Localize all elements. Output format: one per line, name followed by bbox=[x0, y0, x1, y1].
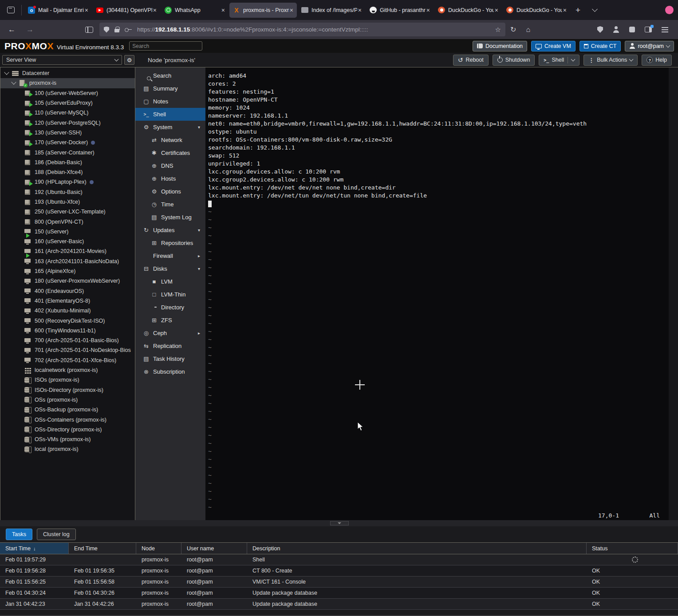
tab-close-icon[interactable]: × bbox=[426, 7, 431, 14]
tree-item[interactable]: 250 (uServer-LXC-Template) bbox=[0, 207, 135, 217]
nav-item-lvm[interactable]: ■LVM bbox=[135, 275, 205, 288]
tab-close-icon[interactable]: × bbox=[152, 7, 158, 14]
terminal-scrollbar-gutter[interactable] bbox=[669, 67, 678, 520]
reboot-button[interactable]: ↺ Reboot bbox=[453, 55, 489, 66]
home-button[interactable]: ⌂ bbox=[526, 26, 530, 34]
column-header-user-name[interactable]: User name bbox=[181, 543, 247, 554]
nav-item-ceph[interactable]: ◎Ceph▸ bbox=[135, 327, 205, 340]
tree-item[interactable]: localnetwork (proxmox-is) bbox=[0, 365, 135, 375]
shell-terminal[interactable]: arch: amd64cores: 2features: nesting=1ho… bbox=[205, 67, 669, 520]
nav-item-zfs[interactable]: ⊞ZFS bbox=[135, 314, 205, 327]
browser-tab[interactable]: oMail - Djalmar Enri× bbox=[24, 3, 92, 18]
tree-item[interactable]: 161 (Arch-20241201-Movies) bbox=[0, 246, 135, 256]
tree-item[interactable]: 401 (ElementaryOS-8) bbox=[0, 296, 135, 306]
bulk-actions-button[interactable]: ⋮ Bulk Actions bbox=[583, 55, 638, 66]
tree-item[interactable]: ISOs (proxmox-is) bbox=[0, 375, 135, 385]
account-icon[interactable] bbox=[613, 26, 619, 33]
back-button[interactable]: ← bbox=[3, 25, 21, 34]
column-header-description[interactable]: Description bbox=[247, 543, 587, 554]
tree-item[interactable]: 500 (RecoveryDiskTest-ISO) bbox=[0, 316, 135, 325]
browser-tab[interactable]: DuckDuckGo - You× bbox=[503, 3, 570, 18]
tree-item[interactable]: local (proxmox-is) bbox=[0, 444, 135, 454]
tree-item[interactable]: 120 (uServer-PostgreSQL) bbox=[0, 118, 135, 127]
nav-item-dns[interactable]: ⊕DNS bbox=[135, 159, 205, 172]
tree-item[interactable]: 190 (HPLaptop-Plex) bbox=[0, 177, 135, 187]
tree-item[interactable]: 186 (Debian-Basic) bbox=[0, 158, 135, 167]
nav-item-replication[interactable]: ⇆Replication bbox=[135, 340, 205, 352]
help-button[interactable]: ? Help bbox=[642, 55, 672, 66]
create-ct-button[interactable]: Create CT bbox=[579, 41, 621, 51]
tree-item[interactable]: OSs-Containers (proxmox-is) bbox=[0, 415, 135, 424]
browser-tab[interactable]: Index of /Images/Prog× bbox=[298, 3, 365, 18]
column-header-node[interactable]: Node bbox=[136, 543, 181, 554]
column-header-status[interactable]: Status bbox=[587, 543, 678, 554]
url-bar[interactable]: https://192.168.1.15:8006/#v1:0:=node%2F… bbox=[99, 23, 505, 36]
saved-password-key-icon[interactable] bbox=[125, 28, 132, 32]
tree-item[interactable]: 600 (TinyWindows11-b1) bbox=[0, 326, 135, 336]
documentation-button[interactable]: Documentation bbox=[473, 41, 527, 51]
tree-settings-button[interactable]: ⚙ bbox=[124, 55, 134, 65]
nav-item-summary[interactable]: ▤Summary bbox=[135, 82, 205, 95]
tree-item[interactable]: 110 (uServer-MySQL) bbox=[0, 108, 135, 118]
browser-tab[interactable]: WhatsApp× bbox=[161, 3, 229, 18]
tree-item[interactable]: Datacenter bbox=[0, 68, 135, 78]
panel-splitter[interactable] bbox=[0, 520, 678, 526]
browser-profile-avatar[interactable] bbox=[665, 6, 674, 14]
chevron-down-icon[interactable] bbox=[571, 57, 576, 62]
nav-item-certificates[interactable]: ✱Certificates bbox=[135, 146, 205, 159]
nav-item-system[interactable]: ⚙System▾ bbox=[135, 121, 205, 134]
tree-item[interactable]: 163 (Arch20241101-BasicNoData) bbox=[0, 257, 135, 266]
shell-button[interactable]: >_ Shell bbox=[539, 55, 579, 66]
tracking-protection-shield-icon[interactable] bbox=[104, 27, 109, 33]
tree-item[interactable]: 165 (AlpineXfce) bbox=[0, 266, 135, 276]
task-row[interactable]: Jan 31 04:42:23Jan 31 04:42:26proxmox-is… bbox=[0, 599, 678, 610]
list-all-tabs-button[interactable] bbox=[592, 6, 598, 12]
tree-item[interactable]: OSs (proxmox-is) bbox=[0, 395, 135, 405]
header-search-input[interactable] bbox=[129, 41, 202, 51]
tab-close-icon[interactable]: × bbox=[289, 7, 294, 14]
task-row[interactable]: Feb 01 19:57:29proxmox-isroot@pamShell bbox=[0, 554, 678, 565]
tree-item[interactable]: 150 (uServer) bbox=[0, 227, 135, 237]
tree-item[interactable]: 193 (Ubuntu-Xfce) bbox=[0, 197, 135, 207]
browser-tab[interactable]: (304481) OpenVPN× bbox=[93, 3, 160, 18]
task-row[interactable]: Feb 01 15:56:25Feb 01 15:56:58proxmox-is… bbox=[0, 577, 678, 588]
sidebar-panel-icon[interactable] bbox=[645, 27, 652, 32]
tree-item[interactable]: 130 (uServer-SSH) bbox=[0, 128, 135, 138]
task-row[interactable]: Feb 01 19:56:28Feb 01 19:56:35proxmox-is… bbox=[0, 565, 678, 577]
nav-item-subscription[interactable]: ⊗Subscription bbox=[135, 365, 205, 378]
tree-item[interactable]: 700 (Arch-2025-01-01-Basic-Bios) bbox=[0, 336, 135, 345]
tab-close-icon[interactable]: × bbox=[84, 7, 89, 14]
bookmark-star-icon[interactable]: ☆ bbox=[495, 26, 501, 34]
tree-item[interactable]: 170 (uServer-Docker) bbox=[0, 138, 135, 147]
tab-close-icon[interactable]: × bbox=[221, 7, 226, 14]
tree-item[interactable]: OSs-VMs (proxmox-is) bbox=[0, 434, 135, 444]
nav-item-lvm-thin[interactable]: □LVM-Thin bbox=[135, 288, 205, 301]
nav-item-notes[interactable]: ▢Notes bbox=[135, 95, 205, 108]
nav-item-updates[interactable]: ↻Updates▾ bbox=[135, 224, 205, 237]
nav-item-time[interactable]: ◷Time bbox=[135, 198, 205, 211]
tree-item[interactable]: 105 (uServerEduProxy) bbox=[0, 98, 135, 108]
connection-lock-icon[interactable] bbox=[114, 29, 119, 32]
tree-item[interactable]: OSs-Backup (proxmox-is) bbox=[0, 405, 135, 415]
url-text[interactable]: https://192.168.1.15:8006/#v1:0:=node%2F… bbox=[137, 26, 492, 33]
extensions-icon[interactable] bbox=[629, 27, 635, 32]
expand-chevron-icon[interactable] bbox=[4, 70, 9, 75]
pocket-shield-icon[interactable] bbox=[597, 26, 603, 33]
tasks-tab-tasks[interactable]: Tasks bbox=[6, 529, 32, 540]
browser-tab[interactable]: GitHub - prasanthr× bbox=[366, 3, 434, 18]
nav-item-directory[interactable]: Directory bbox=[135, 301, 205, 314]
nav-item-shell[interactable]: >_Shell bbox=[135, 108, 205, 121]
tree-item[interactable]: 192 (Ubuntu-Basic) bbox=[0, 187, 135, 197]
browser-tab[interactable]: DuckDuckGo - You× bbox=[434, 3, 502, 18]
tree-item[interactable]: OSs-Directory (proxmox-is) bbox=[0, 425, 135, 434]
sidebar-toggle-icon[interactable] bbox=[85, 27, 93, 33]
tree-item[interactable]: 702 (Arch-2025-01-01-Xfce-Bios) bbox=[0, 355, 135, 365]
tree-item[interactable]: 402 (Xubuntu-Minimal) bbox=[0, 306, 135, 316]
tab-close-icon[interactable]: × bbox=[494, 7, 499, 14]
tree-item[interactable]: 188 (Debian-Xfce4) bbox=[0, 167, 135, 177]
tree-item[interactable]: ISOs-Directory (proxmox-is) bbox=[0, 385, 135, 395]
forward-button[interactable]: → bbox=[21, 25, 39, 34]
task-row[interactable]: Feb 01 04:30:24Feb 01 04:30:26proxmox-is… bbox=[0, 588, 678, 599]
nav-item-disks[interactable]: ⊟Disks▾ bbox=[135, 262, 205, 275]
tree-item[interactable]: 185 (aServer-Container) bbox=[0, 147, 135, 157]
